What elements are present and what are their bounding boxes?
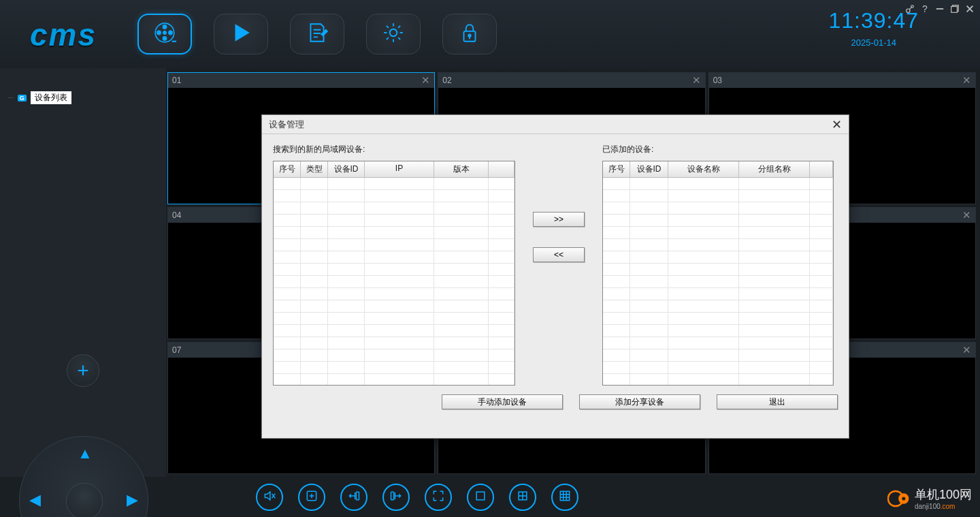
th-index[interactable]: 序号 — [274, 161, 301, 177]
layout-1-button[interactable] — [467, 484, 494, 511]
network-icon[interactable] — [904, 3, 916, 15]
app-header: cms — [0, 0, 980, 68]
cell-label: 02 — [442, 76, 451, 85]
lock-icon — [458, 21, 481, 47]
layout-9-button[interactable] — [551, 484, 578, 511]
svg-point-3 — [163, 37, 167, 40]
th-type[interactable]: 类型 — [301, 161, 328, 177]
nav-settings-button[interactable] — [366, 14, 421, 54]
th-version[interactable]: 版本 — [434, 161, 489, 177]
dialog-close-icon[interactable]: ✕ — [832, 117, 842, 132]
layout-4-button[interactable] — [509, 484, 536, 511]
exit-button[interactable]: 退出 — [717, 394, 838, 409]
prev-page-button[interactable] — [340, 484, 368, 511]
cell-label: 03 — [713, 76, 722, 85]
watermark-main-text: 单机100网 — [915, 486, 972, 503]
app-logo: cms — [30, 16, 97, 53]
svg-point-21 — [902, 497, 905, 500]
bottom-toolbar — [167, 477, 980, 517]
svg-point-4 — [157, 31, 161, 34]
cell-label: 04 — [172, 210, 181, 220]
dialog-title: 设备管理 — [269, 119, 304, 131]
nav-lock-button[interactable] — [442, 14, 497, 54]
cell-close-icon[interactable]: ✕ — [962, 74, 971, 87]
window-controls: ? — [904, 3, 976, 15]
searched-devices-label: 搜索到的新的局域网设备: — [273, 144, 515, 155]
cell-close-icon[interactable]: ✕ — [421, 74, 430, 87]
th-index[interactable]: 序号 — [603, 161, 630, 177]
play-icon — [229, 21, 252, 47]
dialog-titlebar[interactable]: 设备管理 ✕ — [262, 115, 849, 134]
nav-log-button[interactable] — [290, 14, 344, 54]
added-devices-label: 已添加的设备: — [602, 144, 834, 155]
add-share-button[interactable]: 添加分享设备 — [579, 394, 700, 409]
grid-2x2-icon — [516, 489, 529, 505]
svg-rect-12 — [951, 7, 958, 13]
searched-devices-table[interactable]: 序号 类型 设备ID IP 版本 — [273, 161, 515, 386]
device-tree-root-item[interactable]: ┈ G 设备列表 — [8, 91, 158, 104]
added-table-body — [603, 178, 833, 386]
fullscreen-button[interactable] — [425, 484, 452, 511]
device-tree-sidebar: ┈ G 设备列表 + ▲ ▼ ◀ ▶ — [0, 68, 166, 477]
dialog-footer: 手动添加设备 添加分享设备 退出 — [262, 394, 849, 409]
device-tree[interactable]: ┈ G 设备列表 — [0, 68, 166, 127]
add-device-button[interactable]: + — [67, 354, 99, 387]
th-device-name[interactable]: 设备名称 — [668, 161, 739, 177]
group-badge-icon: G — [18, 95, 27, 101]
svg-point-6 — [390, 29, 397, 37]
device-manager-dialog: 设备管理 ✕ 搜索到的新的局域网设备: 序号 类型 设备ID IP 版本 — [261, 114, 849, 439]
tree-connector-icon: ┈ — [8, 93, 14, 103]
speaker-mute-icon — [263, 489, 276, 505]
th-group-name[interactable]: 分组名称 — [739, 161, 810, 177]
sparkle-square-icon — [305, 489, 318, 505]
svg-point-5 — [163, 31, 166, 34]
manual-add-button[interactable]: 手动添加设备 — [442, 394, 563, 409]
watermark: 单机100网 danji100.com — [887, 486, 972, 510]
close-icon[interactable] — [964, 3, 976, 15]
mute-button[interactable] — [256, 484, 283, 511]
next-page-button[interactable] — [382, 484, 410, 511]
nav-live-video-button[interactable] — [137, 14, 192, 54]
help-icon[interactable]: ? — [919, 3, 931, 15]
ptz-right-button[interactable]: ▶ — [127, 491, 138, 509]
arrow-out-right-icon — [389, 489, 403, 505]
cell-label: 01 — [172, 76, 181, 85]
th-device-id[interactable]: 设备ID — [328, 161, 365, 177]
svg-point-8 — [468, 35, 470, 37]
cell-label: 07 — [172, 345, 181, 355]
add-selected-button[interactable]: >> — [533, 212, 585, 227]
searched-table-body — [274, 178, 514, 386]
nav-playback-button[interactable] — [214, 14, 268, 54]
fullscreen-icon — [431, 489, 445, 505]
svg-rect-15 — [391, 492, 394, 500]
maximize-icon[interactable] — [949, 3, 961, 15]
added-devices-table[interactable]: 序号 设备ID 设备名称 分组名称 — [602, 161, 834, 386]
snapshot-button[interactable] — [298, 484, 325, 511]
device-list-label: 设备列表 — [31, 91, 71, 104]
remove-selected-button[interactable]: << — [533, 247, 585, 262]
cell-close-icon[interactable]: ✕ — [962, 209, 971, 221]
svg-rect-16 — [476, 492, 485, 500]
svg-point-1 — [163, 25, 167, 29]
cell-close-icon[interactable]: ✕ — [692, 74, 701, 87]
th-ip[interactable]: IP — [365, 161, 434, 177]
svg-rect-14 — [356, 492, 359, 500]
th-device-id[interactable]: 设备ID — [630, 161, 668, 177]
cell-close-icon[interactable]: ✕ — [962, 344, 971, 356]
minimize-icon[interactable] — [934, 3, 946, 15]
film-reel-icon — [153, 21, 176, 47]
ptz-center-button[interactable] — [66, 483, 103, 517]
ptz-up-button[interactable]: ▲ — [78, 445, 93, 463]
svg-rect-18 — [560, 491, 569, 500]
clock-date: 2025-01-14 — [828, 37, 919, 48]
move-buttons-column: >> << — [515, 144, 602, 262]
th-extra[interactable] — [810, 161, 833, 177]
svg-point-2 — [169, 31, 172, 34]
th-extra[interactable] — [489, 161, 514, 177]
square-icon — [474, 489, 487, 505]
arrow-in-left-icon — [347, 489, 361, 505]
ptz-left-button[interactable]: ◀ — [29, 491, 41, 509]
gear-icon — [382, 21, 405, 47]
watermark-logo-icon — [887, 487, 911, 510]
ptz-dpad: ▲ ▼ ◀ ▶ — [19, 436, 148, 517]
